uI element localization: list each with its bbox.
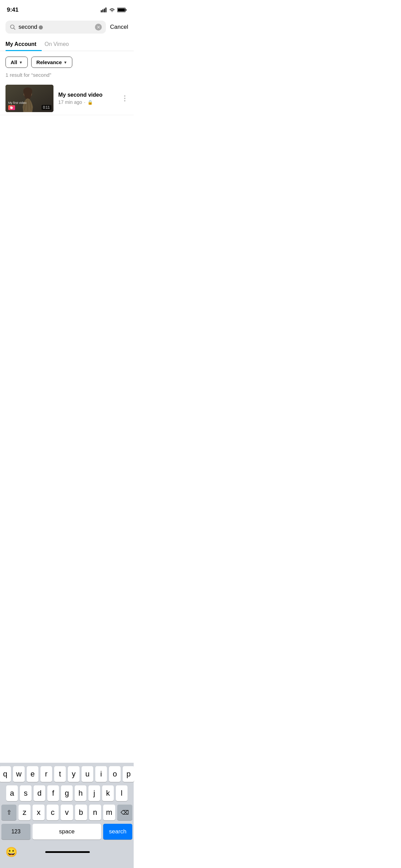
- video-duration: 0:11: [41, 105, 51, 110]
- cancel-button[interactable]: Cancel: [110, 24, 128, 31]
- status-bar: 9:41: [0, 0, 134, 18]
- status-time: 9:41: [7, 7, 19, 13]
- wifi-icon: [109, 8, 115, 12]
- search-input-text[interactable]: second: [19, 24, 92, 31]
- dot-icon: [124, 98, 125, 99]
- vimeo-watermark: [8, 105, 15, 110]
- signal-icon: [101, 8, 107, 12]
- svg-line-8: [14, 28, 15, 29]
- dot-icon: [124, 100, 125, 101]
- svg-rect-3: [106, 8, 107, 12]
- filter-row: All ▼ Relevance ▼: [0, 51, 134, 72]
- lock-icon: 🔒: [87, 100, 93, 105]
- result-count: 1 result for “second”: [0, 72, 134, 82]
- search-bar-row: second ✕ Cancel: [0, 18, 134, 38]
- search-clear-button[interactable]: ✕: [95, 24, 102, 31]
- filter-relevance-button[interactable]: Relevance ▼: [31, 57, 72, 68]
- svg-rect-0: [101, 10, 102, 12]
- video-overlay-text: My first video: [8, 101, 26, 105]
- more-options-button[interactable]: [121, 93, 128, 104]
- svg-rect-2: [104, 9, 105, 12]
- status-icons: [101, 8, 127, 12]
- video-result-item[interactable]: My first video 0:11 My second video 17 m…: [0, 82, 134, 115]
- svg-rect-1: [102, 10, 104, 13]
- svg-rect-6: [118, 9, 125, 12]
- svg-rect-5: [126, 9, 127, 11]
- tab-my-account[interactable]: My Account: [5, 38, 42, 51]
- video-thumbnail: My first video 0:11: [5, 85, 53, 112]
- battery-icon: [117, 8, 127, 12]
- tab-on-vimeo[interactable]: On Vimeo: [45, 38, 74, 51]
- video-meta: 17 min ago · 🔒: [58, 99, 117, 105]
- video-info: My second video 17 min ago · 🔒: [58, 92, 117, 105]
- search-icon: [10, 24, 16, 30]
- tabs-row: My Account On Vimeo: [0, 38, 134, 51]
- chevron-down-icon: ▼: [63, 60, 67, 64]
- chevron-down-icon: ▼: [19, 60, 23, 64]
- filter-all-button[interactable]: All ▼: [5, 57, 28, 68]
- cursor-indicator: [39, 25, 43, 29]
- video-title: My second video: [58, 92, 117, 98]
- vimeo-logo-icon: [9, 106, 14, 109]
- video-time: 17 min ago: [58, 99, 82, 105]
- dot-icon: [124, 95, 125, 97]
- search-input-wrapper[interactable]: second ✕: [5, 21, 106, 34]
